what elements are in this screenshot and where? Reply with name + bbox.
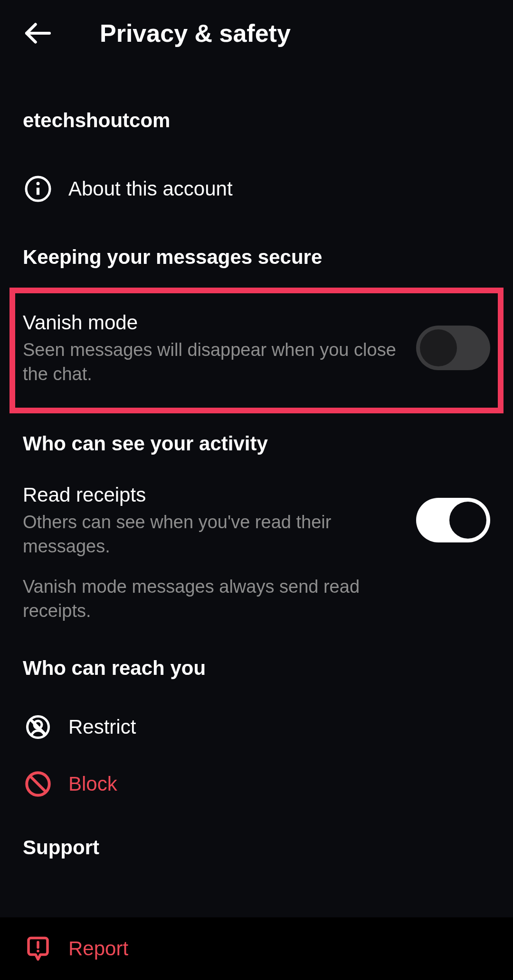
vanish-mode-row: Vanish mode Seen messages will disappear…: [23, 302, 490, 396]
toggle-knob: [449, 502, 486, 539]
svg-point-10: [37, 950, 39, 952]
secure-section-header: Keeping your messages secure: [23, 246, 490, 269]
app-header: Privacy & safety: [0, 0, 513, 71]
back-button[interactable]: [19, 14, 57, 52]
arrow-left-icon: [23, 18, 53, 48]
reach-section-header: Who can reach you: [23, 657, 490, 680]
block-label: Block: [68, 773, 117, 795]
activity-section-header: Who can see your activity: [23, 432, 490, 455]
vanish-mode-highlight: Vanish mode Seen messages will disappear…: [10, 288, 504, 413]
vanish-mode-toggle[interactable]: [416, 326, 490, 370]
info-icon: [24, 175, 52, 203]
svg-point-3: [37, 182, 40, 185]
toggle-knob: [420, 329, 457, 366]
report-icon: [24, 934, 52, 963]
vanish-mode-title: Vanish mode: [23, 311, 397, 334]
read-receipts-title: Read receipts: [23, 484, 397, 506]
page-title: Privacy & safety: [100, 19, 291, 47]
read-receipts-row: Read receipts Others can see when you've…: [23, 474, 490, 633]
report-label: Report: [68, 937, 128, 960]
report-row[interactable]: Report: [23, 933, 490, 964]
restrict-icon: [24, 713, 52, 741]
restrict-row[interactable]: Restrict: [23, 699, 490, 756]
block-row[interactable]: Block: [23, 756, 490, 812]
read-receipts-desc1: Others can see when you've read their me…: [23, 510, 397, 559]
restrict-label: Restrict: [68, 716, 136, 738]
footer-bar: Report: [0, 917, 513, 980]
svg-line-8: [30, 776, 46, 792]
content: etechshoutcom About this account Keeping…: [0, 109, 513, 859]
read-receipts-desc2: Vanish mode messages always send read re…: [23, 575, 397, 624]
read-receipts-toggle[interactable]: [416, 498, 490, 542]
account-username: etechshoutcom: [23, 109, 490, 132]
vanish-mode-desc: Seen messages will disappear when you cl…: [23, 338, 397, 387]
about-account-label: About this account: [68, 177, 233, 200]
support-section-header: Support: [23, 836, 490, 859]
block-icon: [24, 770, 52, 798]
about-account-row[interactable]: About this account: [23, 160, 490, 217]
